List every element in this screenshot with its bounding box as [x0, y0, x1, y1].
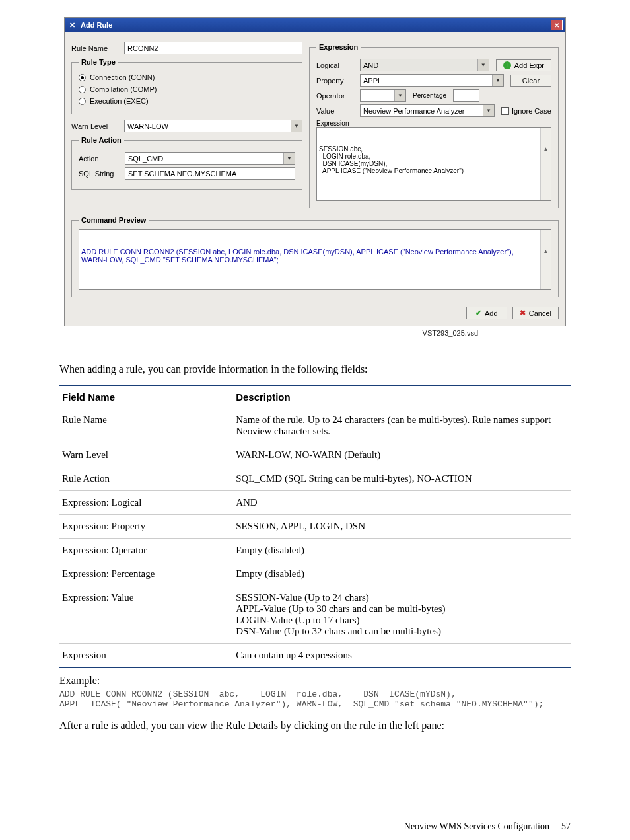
- add-button-label: Add: [485, 309, 498, 317]
- value-value: Neoview Performance Analyzer: [361, 107, 483, 115]
- action-value: SQL_CMD: [125, 155, 283, 163]
- table-row: Expression: OperatorEmpty (disabled): [59, 539, 571, 562]
- footer-title: Neoview WMS Services Configuration: [404, 821, 549, 832]
- description-cell: Empty (disabled): [233, 562, 571, 586]
- expression-content: SESSION abc, LOGIN role.dba, DSN ICASE(m…: [319, 145, 549, 174]
- ignore-case-label: Ignore Case: [512, 107, 551, 115]
- description-cell: SQL_CMD (SQL String can be multi-bytes),…: [233, 467, 571, 491]
- description-cell: Empty (disabled): [233, 539, 571, 562]
- after-text: After a rule is added, you can view the …: [59, 720, 571, 732]
- fields-table: Field Name Description Rule NameName of …: [59, 385, 571, 668]
- dialog-titlebar[interactable]: ✕ Add Rule ✕: [65, 18, 565, 32]
- radio-conn[interactable]: Connection (CONN): [79, 73, 155, 81]
- warn-level-value: WARN-LOW: [125, 122, 291, 130]
- expression-fieldset: Expression Logical AND ▼ + Add Expr: [309, 43, 559, 208]
- close-icon[interactable]: ✕: [551, 20, 563, 30]
- rule-type-fieldset: Rule Type Connection (CONN) Compilation …: [71, 58, 302, 114]
- description-cell: Name of the rule. Up to 24 characters (c…: [233, 408, 571, 443]
- description-cell: SESSION-Value (Up to 24 chars) APPL-Valu…: [233, 586, 571, 644]
- command-preview-content: ADD RULE CONN RCONN2 (SESSION abc, LOGIN…: [81, 248, 549, 264]
- add-rule-dialog: ✕ Add Rule ✕ Rule Name Rule Type Connect…: [64, 17, 566, 326]
- description-cell: AND: [233, 491, 571, 515]
- radio-dot-icon: [79, 98, 86, 105]
- chevron-down-icon: ▼: [394, 90, 405, 101]
- chevron-down-icon: ▼: [291, 120, 302, 132]
- chevron-down-icon: ▼: [283, 153, 295, 164]
- description-cell: SESSION, APPL, LOGIN, DSN: [233, 515, 571, 539]
- description-cell: Can contain up 4 expressions: [233, 644, 571, 668]
- add-button[interactable]: ✔ Add: [466, 307, 507, 319]
- property-value: APPL: [361, 77, 492, 85]
- cancel-button-label: Cancel: [529, 309, 551, 317]
- command-preview-text: ADD RULE CONN RCONN2 (SESSION abc, LOGIN…: [79, 229, 551, 290]
- logical-value: AND: [361, 61, 477, 69]
- x-icon: ✖: [520, 309, 526, 317]
- radio-exec-label: Execution (EXEC): [90, 97, 149, 105]
- page-footer: Neoview WMS Services Configuration 57: [59, 742, 571, 832]
- radio-comp[interactable]: Compilation (COMP): [79, 85, 157, 93]
- field-name-cell: Warn Level: [59, 443, 233, 467]
- expr-sublabel: Expression: [316, 120, 349, 127]
- table-row: Warn LevelWARN-LOW, NO-WARN (Default): [59, 443, 571, 467]
- property-select[interactable]: APPL ▼: [360, 74, 504, 87]
- field-name-cell: Expression: Value: [59, 586, 233, 644]
- logical-label: Logical: [316, 61, 353, 69]
- clear-button[interactable]: Clear: [510, 75, 551, 87]
- ignore-case-checkbox[interactable]: Ignore Case: [501, 107, 551, 115]
- action-label: Action: [79, 155, 118, 163]
- warn-level-label: Warn Level: [71, 122, 118, 130]
- expression-legend: Expression: [316, 43, 361, 51]
- rule-action-fieldset: Rule Action Action SQL_CMD ▼ SQL String: [71, 136, 302, 190]
- cancel-button[interactable]: ✖ Cancel: [512, 307, 559, 319]
- radio-comp-label: Compilation (COMP): [90, 85, 157, 93]
- th-description: Description: [233, 385, 571, 408]
- percentage-label: Percentage: [413, 92, 446, 99]
- radio-exec[interactable]: Execution (EXEC): [79, 97, 149, 105]
- example-heading: Example:: [59, 675, 571, 687]
- table-row: ExpressionCan contain up 4 expressions: [59, 644, 571, 668]
- scrollbar[interactable]: ▲: [540, 230, 551, 289]
- scroll-up-icon: ▲: [541, 246, 551, 256]
- table-row: Rule ActionSQL_CMD (SQL String can be mu…: [59, 467, 571, 491]
- action-select[interactable]: SQL_CMD ▼: [125, 152, 295, 165]
- table-row: Expression: LogicalAND: [59, 491, 571, 515]
- field-name-cell: Expression: [59, 644, 233, 668]
- field-name-cell: Expression: Property: [59, 515, 233, 539]
- sqlstring-input[interactable]: [125, 167, 295, 180]
- command-preview-legend: Command Preview: [79, 216, 149, 224]
- chevron-down-icon: ▼: [492, 75, 503, 86]
- chevron-down-icon: ▼: [483, 105, 494, 116]
- chevron-down-icon: ▼: [477, 59, 489, 71]
- add-expr-button[interactable]: + Add Expr: [496, 59, 551, 71]
- table-row: Expression: PropertySESSION, APPL, LOGIN…: [59, 515, 571, 539]
- field-name-cell: Expression: Logical: [59, 491, 233, 515]
- checkbox-icon: [501, 107, 509, 115]
- warn-level-select[interactable]: WARN-LOW ▼: [124, 120, 302, 132]
- add-expr-label: Add Expr: [514, 61, 544, 69]
- radio-dot-icon: [79, 74, 86, 81]
- radio-conn-label: Connection (CONN): [90, 73, 155, 81]
- table-row: Expression: PercentageEmpty (disabled): [59, 562, 571, 586]
- example-code: ADD RULE CONN RCONN2 (SESSION abc, LOGIN…: [59, 689, 571, 709]
- property-label: Property: [316, 77, 353, 85]
- th-field-name: Field Name: [59, 385, 233, 408]
- rule-name-label: Rule Name: [71, 44, 118, 52]
- footer-page: 57: [561, 821, 571, 832]
- rule-name-input[interactable]: [124, 42, 302, 54]
- expression-textarea[interactable]: SESSION abc, LOGIN role.dba, DSN ICASE(m…: [316, 127, 551, 201]
- value-label: Value: [316, 107, 353, 115]
- clear-label: Clear: [522, 77, 540, 85]
- percentage-input[interactable]: [453, 89, 479, 102]
- command-preview-fieldset: Command Preview ADD RULE CONN RCONN2 (SE…: [71, 216, 559, 297]
- scrollbar[interactable]: ▲: [540, 128, 551, 200]
- app-icon: ✕: [67, 20, 77, 30]
- sqlstring-label: SQL String: [79, 170, 118, 178]
- operator-select[interactable]: ▼: [360, 89, 406, 102]
- field-name-cell: Rule Name: [59, 408, 233, 443]
- plus-icon: +: [503, 61, 511, 69]
- value-select[interactable]: Neoview Performance Analyzer ▼: [360, 104, 495, 117]
- scroll-up-icon: ▲: [541, 143, 551, 154]
- intro-text: When adding a rule, you can provide info…: [59, 363, 571, 375]
- dialog-title: Add Rule: [81, 21, 112, 29]
- field-name-cell: Expression: Operator: [59, 539, 233, 562]
